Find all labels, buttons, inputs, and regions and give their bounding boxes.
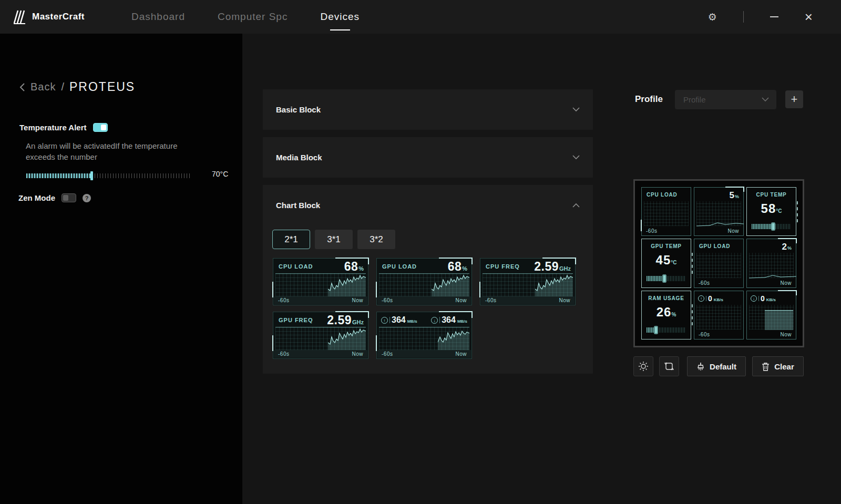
left-sidebar: Back / PROTEUS Temperature Alert An alar… [0,34,242,504]
preview-widget-value: 58°C [747,201,796,216]
preview-cpu-load-chart-right[interactable]: 5% Now [694,187,744,236]
widget-chart-area [379,273,469,296]
preview-cpu-temp-gauge[interactable]: CPU TEMP 58°C [746,187,796,236]
basic-block-section: Basic Block [263,89,593,130]
preview-net-header: ↑ 0KB/s [698,294,723,303]
widget-chart-area [275,327,366,350]
clear-button[interactable]: Clear [752,356,804,376]
preview-gpu-load-chart-right[interactable]: 2% Now [746,239,796,287]
breadcrumb-separator: / [61,81,64,93]
temperature-value: 70°C [201,170,238,178]
widget-value: 2.59GHz [534,260,571,274]
profile-select[interactable]: Profile [675,90,776,109]
chart-widget-cpu-freq[interactable]: CPU FREQ 2.59GHz -60sNow [480,258,576,305]
temperature-alert-toggle[interactable] [93,123,108,132]
time-label: -60s [699,280,710,286]
widget-value: 68% [448,260,467,274]
tab-3x1[interactable]: 3*1 [315,230,353,249]
clear-button-label: Clear [774,362,794,371]
preview-cpu-load-chart-left[interactable]: CPU LOAD -60s [641,187,691,236]
widget-header: CPU FREQ 2.59GHz [480,259,575,273]
zen-mode-label: Zen Mode [18,193,55,202]
thermometer-knob-icon [771,222,775,231]
chart-widget-network[interactable]: ↑ 364MB/s ↓ 364MB/s -6 [376,312,472,359]
preview-gpu-load-chart-left[interactable]: GPU LOAD -60s [694,239,744,287]
temperature-slider[interactable] [26,173,190,178]
basic-block-header[interactable]: Basic Block [263,89,593,130]
widget-footer: -60sNow [481,296,575,304]
widget-header: GPU FREQ 2.59GHz [273,312,368,327]
preview-ram-usage-gauge[interactable]: RAM USAGE 26% [641,291,691,340]
chart-widget-gpu-load[interactable]: GPU LOAD 68% -60sNow [376,258,472,305]
area-chart [535,273,573,296]
temperature-alert-description: An alarm will be activatedIf the tempera… [26,140,209,162]
widget-footer: -60sNow [377,296,471,304]
close-button[interactable]: × [805,10,813,24]
widget-chart-area [483,273,573,296]
rotate-screen-icon [664,361,674,372]
chart-block-section: Chart Block 2*1 3*1 3*2 CPU LOAD 68% [263,185,593,374]
mini-line-chart [696,221,744,227]
area-fill-block [765,310,793,330]
divider [439,317,440,323]
chart-widget-gpu-freq[interactable]: GPU FREQ 2.59GHz -60sNow [273,312,368,359]
tab-3x2[interactable]: 3*2 [357,230,395,249]
toggle-knob [63,195,68,201]
time-label: -60s [699,332,710,337]
widget-chart-area [275,273,366,296]
back-link[interactable]: Back [30,81,56,93]
preview-gpu-temp-gauge[interactable]: GPU TEMP 45°C [641,239,691,287]
download-group: ↓ 364MB/s [431,315,467,325]
add-profile-button[interactable]: + [785,90,803,108]
nav-tab-devices[interactable]: Devices [320,0,360,34]
widget-title: GPU FREQ [279,317,313,323]
area-chart [432,273,469,296]
time-label: Now [780,332,792,337]
top-bar: MasterCraft Dashboard Computer Spc Devic… [0,0,841,34]
chart-widget-grid: CPU LOAD 68% -60sNow GPU LOAD 68% [263,249,593,374]
widget-footer: -60sNow [377,350,471,358]
preview-widget-title: CPU TEMP [747,192,796,198]
media-block-title: Media Block [276,153,322,162]
zen-mode-toggle[interactable] [61,193,76,202]
brand-name: MasterCraft [32,12,85,22]
widget-footer: -60sNow [274,350,367,358]
window-controls-divider [743,11,744,23]
time-label: -60s [646,228,657,234]
preview-net-upload-chart[interactable]: ↑ 0KB/s -60s [694,291,744,340]
widget-header: CPU LOAD 68% [273,259,368,273]
app-brand: MasterCraft [13,0,85,34]
time-label: Now [780,280,792,286]
widget-title: GPU LOAD [382,263,417,270]
preview-grid [644,201,689,226]
chart-widget-cpu-load[interactable]: CPU LOAD 68% -60sNow [273,258,368,305]
chart-block-header[interactable]: Chart Block [263,185,593,225]
preview-widget-title: GPU LOAD [699,243,730,249]
device-name: PROTEUS [69,80,135,94]
settings-gear-icon[interactable]: ⚙ [708,11,717,23]
chevron-down-icon [572,155,580,160]
thermometer-knob-icon [662,274,666,283]
nav-tab-computer-spc[interactable]: Computer Spc [218,0,288,34]
tab-2x1[interactable]: 2*1 [272,230,310,249]
media-block-header[interactable]: Media Block [263,137,593,178]
orientation-button[interactable] [659,356,679,376]
gauge-bar [647,327,685,333]
area-chart [328,273,366,296]
area-chart [328,326,366,350]
widget-header: GPU LOAD 68% [377,259,471,273]
default-button[interactable]: Default [687,356,746,376]
preview-actions: Default Clear [633,356,804,376]
mastercraft-logo-icon [13,9,27,25]
temperature-slider-handle[interactable] [90,171,93,180]
preview-net-download-chart[interactable]: ↓ 0KB/s Now [746,291,796,340]
chevron-down-icon [572,107,580,112]
media-block-section: Media Block [263,137,593,178]
minimize-button[interactable] [770,16,778,17]
back-chevron-icon[interactable] [19,83,25,92]
main-nav: Dashboard Computer Spc Devices [131,0,360,34]
gauge-bar [647,276,685,281]
help-icon[interactable]: ? [83,194,91,202]
nav-tab-dashboard[interactable]: Dashboard [131,0,185,34]
brightness-button[interactable] [633,356,653,376]
